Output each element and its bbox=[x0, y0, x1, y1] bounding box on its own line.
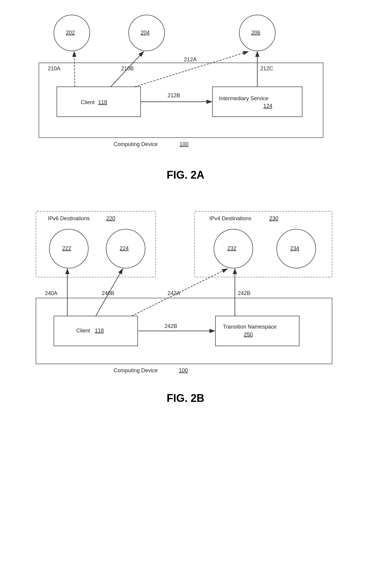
arrow-242a-label: 242A bbox=[168, 290, 180, 296]
transition-id: 250 bbox=[244, 332, 253, 338]
ipv4-label: IPv4 Destinations bbox=[209, 215, 251, 221]
arrow-240a-label: 240A bbox=[45, 290, 57, 296]
arrow-242b-top-label: 242B bbox=[238, 290, 250, 296]
computing-id: 100 bbox=[180, 141, 188, 147]
node-222-label: 222 bbox=[62, 245, 71, 251]
fig2a-label: FIG. 2A bbox=[167, 169, 204, 181]
node-224-label: 224 bbox=[120, 245, 129, 251]
node-206-label: 206 bbox=[251, 30, 260, 36]
arrow-242b-horiz-label: 242B bbox=[165, 323, 177, 329]
node-232-label: 232 bbox=[227, 245, 236, 251]
computing-device-label: Computing Device bbox=[114, 141, 158, 147]
arrow-240b-label: 240B bbox=[102, 290, 114, 296]
computing-device-label-2b: Computing Device bbox=[114, 367, 158, 373]
arrow-210a-label: 210A bbox=[48, 66, 60, 72]
arrow-212a-label: 212A bbox=[184, 57, 197, 63]
fig2a-diagram: Client 118 Intermediary Service 124 Comp… bbox=[21, 12, 350, 162]
intermediary-box bbox=[212, 87, 302, 117]
fig2b-section: IPv6 Destinations 220 IPv4 Destinations … bbox=[18, 205, 353, 417]
client-label: Client bbox=[81, 99, 95, 105]
ipv4-id: 230 bbox=[269, 215, 278, 221]
transition-box bbox=[215, 316, 299, 346]
ipv6-id: 220 bbox=[106, 215, 115, 221]
arrow-212b-label: 212B bbox=[168, 92, 180, 98]
ipv6-label: IPv6 Destinations bbox=[48, 215, 90, 221]
computing-id-2b: 100 bbox=[179, 367, 188, 373]
node-202-label: 202 bbox=[66, 30, 75, 36]
node-204-label: 204 bbox=[141, 30, 150, 36]
fig2b-label: FIG. 2B bbox=[167, 392, 204, 405]
node-234-label: 234 bbox=[290, 245, 299, 251]
arrow-210b-label: 210B bbox=[121, 66, 134, 72]
transition-label: Transition Namespace bbox=[223, 324, 276, 330]
client-id-2b: 118 bbox=[95, 328, 104, 334]
client-label-2b: Client bbox=[76, 328, 90, 334]
arrow-212c-label: 212C bbox=[260, 66, 273, 72]
intermediary-id: 124 bbox=[263, 103, 272, 109]
intermediary-label: Intermediary Service bbox=[219, 95, 268, 101]
fig2a-section: Client 118 Intermediary Service 124 Comp… bbox=[18, 12, 353, 193]
fig2b-diagram: IPv6 Destinations 220 IPv4 Destinations … bbox=[21, 205, 350, 385]
client-id: 118 bbox=[98, 99, 107, 105]
